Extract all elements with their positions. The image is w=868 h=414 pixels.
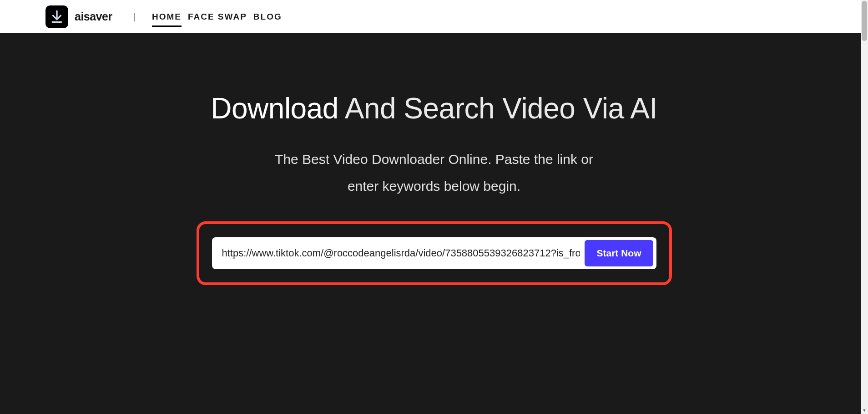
logo[interactable]: aisaver <box>45 5 112 28</box>
main-nav: HOME FACE SWAP BLOG <box>152 2 282 32</box>
hero-subtitle-line2: enter keywords below begin. <box>348 179 520 194</box>
hero-subtitle-line1: The Best Video Downloader Online. Paste … <box>275 152 593 167</box>
hero-title-rest: And Search Video Via AI <box>338 92 657 125</box>
hero-title: Download And Search Video Via AI <box>211 92 657 125</box>
url-input[interactable] <box>222 247 580 259</box>
nav-blog[interactable]: BLOG <box>253 2 282 32</box>
nav-home[interactable]: HOME <box>152 2 182 32</box>
scrollbar-thumb[interactable] <box>862 1 867 41</box>
header-bar: aisaver | HOME FACE SWAP BLOG <box>0 0 868 33</box>
scrollbar[interactable]: ▲ ▼ <box>861 0 868 414</box>
scroll-down-icon[interactable]: ▼ <box>861 407 868 414</box>
nav-face-swap[interactable]: FACE SWAP <box>188 2 247 32</box>
hero-title-accent: Download <box>211 92 338 125</box>
nav-divider: | <box>133 11 136 22</box>
hero-subtitle: The Best Video Downloader Online. Paste … <box>275 146 593 199</box>
input-highlight-box: Start Now <box>197 221 672 285</box>
start-now-button[interactable]: Start Now <box>585 240 653 266</box>
url-input-row: Start Now <box>212 237 656 269</box>
brand-name: aisaver <box>75 10 112 23</box>
download-arrow-icon <box>45 5 68 28</box>
hero-section: Download And Search Video Via AI The Bes… <box>0 33 868 414</box>
